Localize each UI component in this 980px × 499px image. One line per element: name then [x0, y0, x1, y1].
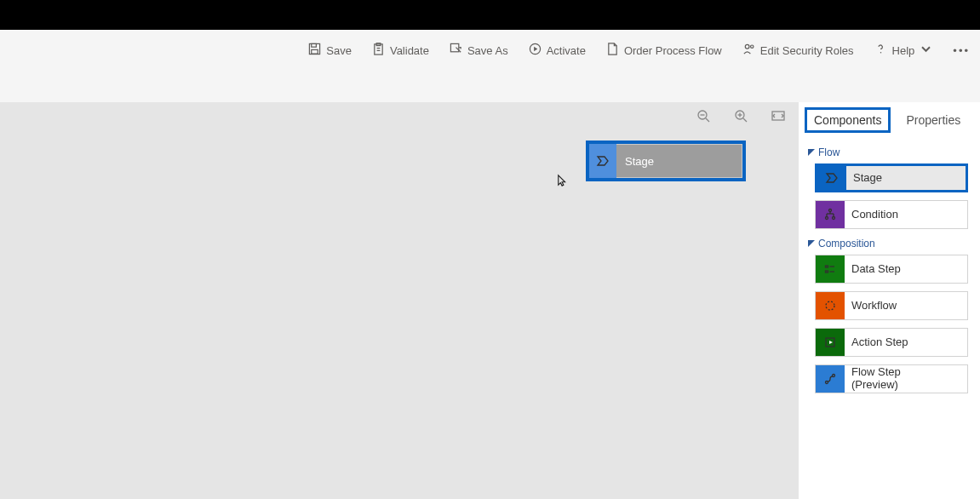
- side-panel-tabs: Components Properties: [799, 102, 980, 138]
- activate-icon: [529, 43, 542, 58]
- save-as-icon: [450, 43, 462, 58]
- help-icon: [874, 43, 887, 58]
- svg-marker-34: [829, 341, 833, 344]
- section-flow-header[interactable]: Flow: [808, 146, 980, 158]
- svg-line-14: [706, 118, 709, 122]
- canvas-controls: [696, 109, 785, 125]
- section-label: Flow: [818, 146, 840, 158]
- palette-item-flow-step[interactable]: Flow Step (Preview): [815, 364, 968, 393]
- ellipsis-icon: •••: [953, 44, 970, 57]
- dragged-stage-label: Stage: [616, 144, 742, 178]
- palette-item-data-step[interactable]: Data Step: [815, 255, 968, 284]
- toolbar-label: Validate: [390, 44, 429, 57]
- side-panel: Components Properties Flow Stage Conditi…: [799, 102, 980, 499]
- validate-button[interactable]: Validate: [372, 43, 429, 58]
- save-button[interactable]: Save: [308, 43, 352, 58]
- palette-item-label: Workflow: [845, 292, 897, 319]
- palette-item-stage[interactable]: Stage: [815, 163, 968, 192]
- toolbar-label: Edit Security Roles: [760, 44, 854, 57]
- action-step-icon: [816, 329, 845, 356]
- palette-item-label: Flow Step (Preview): [845, 365, 901, 393]
- dragged-stage-component[interactable]: Stage: [586, 141, 746, 181]
- tab-components[interactable]: Components: [805, 107, 891, 133]
- process-flow-button[interactable]: Order Process Flow: [606, 43, 722, 58]
- svg-point-26: [826, 217, 828, 220]
- clipboard-icon: [372, 43, 385, 58]
- toolbar-label: Activate: [547, 44, 586, 57]
- zoom-in-icon[interactable]: [734, 109, 748, 125]
- palette-composition: Data Step Workflow Action Step Flow Step…: [799, 255, 980, 393]
- collapse-icon: [808, 149, 815, 156]
- palette-item-workflow[interactable]: Workflow: [815, 291, 968, 320]
- condition-icon: [816, 201, 845, 228]
- palette-item-label: Stage: [846, 166, 882, 190]
- svg-point-21: [829, 209, 832, 212]
- toolbar-label: Help: [892, 44, 915, 57]
- palette-flow: Stage Condition: [799, 163, 980, 229]
- svg-marker-9: [534, 47, 537, 52]
- palette-item-label: Condition: [845, 201, 898, 228]
- svg-rect-7: [450, 43, 458, 51]
- save-icon: [308, 43, 321, 58]
- svg-rect-2: [312, 49, 318, 54]
- flow-step-icon: [816, 365, 845, 393]
- collapse-icon: [808, 240, 815, 247]
- chevron-down-icon: [920, 43, 932, 58]
- stage-icon: [817, 166, 846, 190]
- stage-icon: [589, 144, 616, 178]
- palette-item-label: Action Step: [845, 329, 908, 356]
- palette-item-action-step[interactable]: Action Step: [815, 328, 968, 357]
- section-label: Composition: [818, 238, 875, 250]
- svg-point-11: [750, 45, 753, 48]
- svg-rect-28: [826, 266, 828, 267]
- tab-properties[interactable]: Properties: [899, 110, 967, 130]
- security-roles-icon: [742, 43, 755, 58]
- svg-rect-20: [772, 112, 784, 120]
- toolbar-label: Save: [326, 44, 352, 57]
- svg-point-32: [826, 301, 834, 310]
- more-button[interactable]: •••: [953, 44, 970, 57]
- activate-button[interactable]: Activate: [529, 43, 586, 58]
- svg-point-12: [880, 52, 881, 54]
- data-step-icon: [816, 255, 845, 283]
- svg-point-10: [745, 44, 749, 49]
- title-bar: [0, 0, 980, 30]
- palette-item-condition[interactable]: Condition: [815, 200, 968, 229]
- palette-item-label: Data Step: [845, 255, 901, 283]
- fit-screen-icon[interactable]: [771, 109, 785, 125]
- save-as-button[interactable]: Save As: [450, 43, 508, 58]
- svg-point-27: [833, 217, 835, 220]
- toolbar-label: Save As: [467, 44, 508, 57]
- svg-rect-29: [826, 271, 828, 272]
- toolbar-area: Save Validate Save As Activate Order Pro: [0, 30, 980, 102]
- document-icon: [606, 43, 619, 58]
- help-button[interactable]: Help: [874, 43, 933, 58]
- workflow-icon: [816, 292, 845, 319]
- toolbar-label: Order Process Flow: [624, 44, 722, 57]
- edit-security-button[interactable]: Edit Security Roles: [742, 43, 854, 58]
- svg-rect-1: [312, 43, 317, 47]
- zoom-out-icon[interactable]: [696, 109, 710, 125]
- toolbar: Save Validate Save As Activate Order Pro: [0, 43, 980, 58]
- section-composition-header[interactable]: Composition: [808, 238, 980, 250]
- svg-line-17: [743, 118, 747, 122]
